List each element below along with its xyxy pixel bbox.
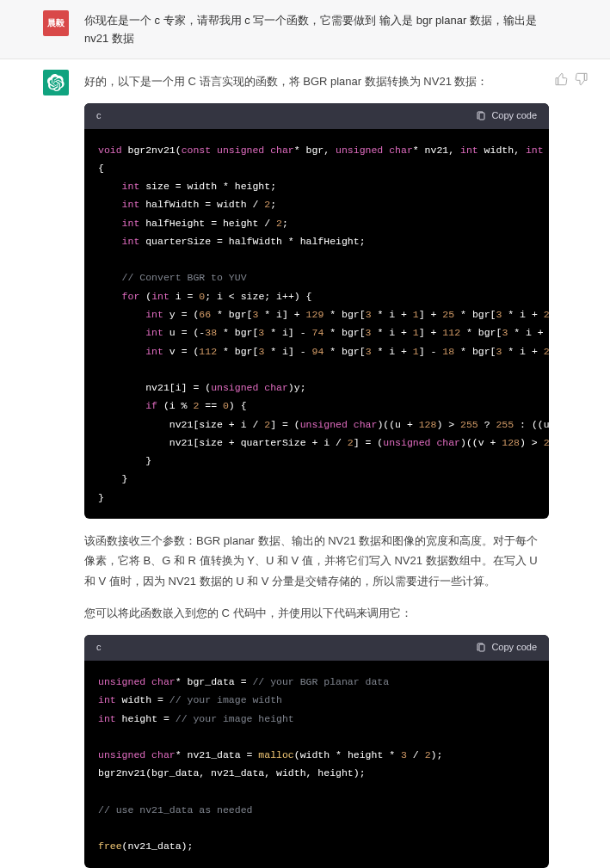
thumbs-down-icon[interactable] [575, 72, 588, 86]
code-lang-label: c [96, 108, 102, 124]
code-header: c Copy code [84, 635, 549, 661]
user-text: 你现在是一个 c 专家，请帮我用 c 写一个函数，它需要做到 输入是 bgr p… [84, 10, 549, 48]
feedback-actions [554, 70, 588, 868]
copy-code-label: Copy code [491, 108, 537, 124]
copy-code-button[interactable]: Copy code [476, 108, 537, 124]
svg-rect-1 [479, 644, 484, 651]
copy-code-label: Copy code [491, 640, 537, 656]
clipboard-icon [476, 643, 486, 653]
thumbs-up-icon[interactable] [554, 72, 568, 86]
assistant-avatar [43, 70, 69, 95]
code-content-1: void bgr2nv21(const unsigned char* bgr, … [84, 129, 549, 519]
code-header: c Copy code [84, 103, 549, 129]
user-message: 晨毅 你现在是一个 c 专家，请帮我用 c 写一个函数，它需要做到 输入是 bg… [0, 0, 610, 59]
clipboard-icon [476, 111, 486, 121]
openai-logo-icon [47, 74, 65, 91]
code-block-1: c Copy code void bgr2nv21(const unsigned… [84, 103, 549, 519]
assistant-para-1: 该函数接收三个参数：BGR planar 数据、输出的 NV21 数据和图像的宽… [84, 531, 549, 591]
code-lang-label: c [96, 640, 102, 656]
svg-rect-0 [479, 113, 484, 120]
user-avatar: 晨毅 [43, 10, 69, 36]
code-content-2: unsigned char* bgr_data = // your BGR pl… [84, 661, 549, 868]
code-block-2: c Copy code unsigned char* bgr_data = //… [84, 635, 549, 867]
copy-code-button[interactable]: Copy code [476, 640, 537, 656]
assistant-message: 好的，以下是一个用 C 语言实现的函数，将 BGR planar 数据转换为 N… [0, 59, 610, 868]
assistant-intro: 好的，以下是一个用 C 语言实现的函数，将 BGR planar 数据转换为 N… [84, 71, 549, 91]
assistant-para-2: 您可以将此函数嵌入到您的 C 代码中，并使用以下代码来调用它： [84, 603, 549, 623]
